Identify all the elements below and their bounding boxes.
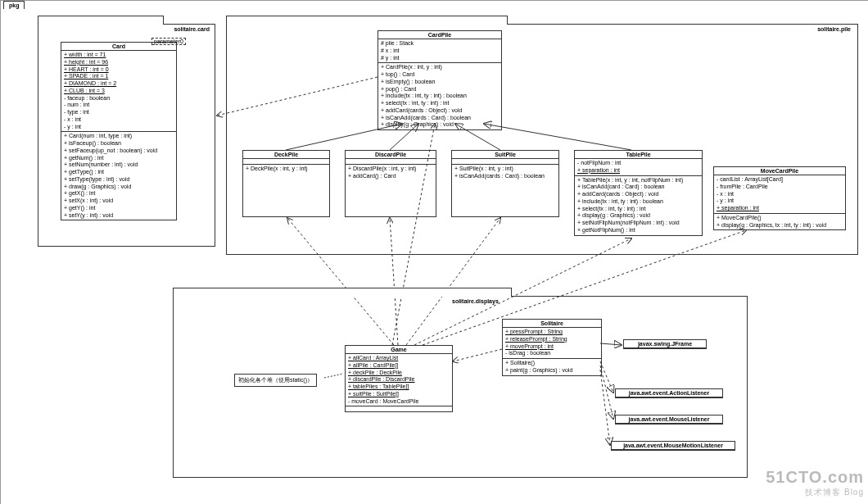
ext-jframe: javax.swing.JFrame (624, 340, 706, 348)
class-solitaire: Solitaire + pressPrompt : String+ releas… (502, 319, 602, 376)
parameter-tag: parameter0 (151, 38, 186, 45)
card-ops: + Card(num : int, type : int)+ isFaceup(… (61, 132, 176, 220)
pkg-displays-tab (173, 288, 512, 297)
class-discardpile: DiscardPile + DiscardPile(x : int, y : i… (345, 150, 436, 217)
class-tablepile: TablePile - notFlipNum : int+ separation… (574, 150, 703, 236)
class-movecardpile: MoveCardPile - cardList : ArrayList[Card… (713, 166, 846, 230)
card-attrs: + width : int = 71+ height : int = 96+ H… (61, 51, 176, 132)
note-game: 初始化各个堆（使用static()） (234, 374, 317, 387)
class-card: Card + width : int = 71+ height : int = … (61, 42, 177, 220)
class-suitpile: SuitPile + SuitPile(x : int, y : int)+ i… (451, 150, 559, 217)
ext-motion: java.awt.event.MouseMotionListener (612, 442, 735, 450)
pkg-card-tab (38, 16, 164, 25)
class-game: Game + allCard : ArrayList+ allPile : Ca… (345, 345, 453, 412)
ext-action: java.awt.event.ActionListener (616, 389, 722, 397)
class-cardpile: CardPile # pile : Stack# x : int# y : in… (377, 30, 502, 130)
diagram-canvas: pkg solitaire.card Card + width : int = … (0, 0, 868, 504)
pkg-pile-tab (226, 16, 508, 25)
watermark: 51CTO.com 技术博客 Blog (766, 468, 864, 498)
ext-mouse: java.awt.event.MouseListener (616, 415, 722, 424)
pkg-root-tab: pkg (3, 1, 25, 9)
class-deckpile: DeckPile + DeckPile(x : int, y : int) (242, 150, 330, 217)
